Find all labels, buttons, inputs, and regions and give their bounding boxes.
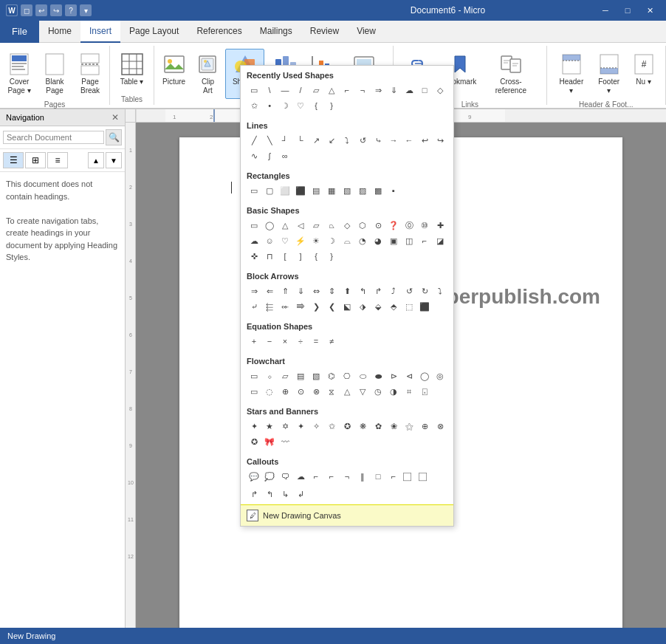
basic-sun[interactable]: ☀ bbox=[309, 233, 323, 248]
flow-tape[interactable]: ◌ bbox=[262, 384, 277, 399]
callout-extra3[interactable]: ↳ bbox=[278, 487, 292, 501]
line-arc[interactable]: ⤷ bbox=[371, 133, 385, 148]
search-button[interactable]: 🔍 bbox=[106, 129, 122, 145]
shape-arrow-right[interactable]: ⇒ bbox=[371, 83, 385, 97]
line-scurve[interactable]: ⤵ bbox=[340, 133, 354, 148]
shape-bracket1[interactable]: { bbox=[309, 98, 323, 113]
basic-10[interactable]: ⑩ bbox=[417, 218, 432, 233]
star-10[interactable]: ✩ bbox=[324, 419, 339, 434]
block-striped-r[interactable]: ⬱ bbox=[262, 299, 277, 314]
basic-sq-bkt1[interactable]: [ bbox=[278, 249, 292, 264]
tab-home[interactable]: Home bbox=[39, 21, 80, 43]
shape-rtriangle[interactable]: ⌐ bbox=[340, 83, 354, 97]
shape-triangle[interactable]: △ bbox=[324, 83, 339, 97]
star-32[interactable]: ❀ bbox=[386, 419, 401, 434]
basic-0[interactable]: ⓪ bbox=[402, 218, 416, 233]
callout-extra1[interactable]: ↱ bbox=[247, 487, 261, 501]
shape-rect2[interactable]: □ bbox=[417, 83, 432, 97]
flow-extract[interactable]: △ bbox=[340, 384, 354, 399]
flow-internal[interactable]: ▧ bbox=[309, 369, 323, 383]
shape-heart[interactable]: ♡ bbox=[293, 98, 308, 113]
rect-basic[interactable]: ▭ bbox=[247, 183, 261, 198]
block-bend-down[interactable]: ↱ bbox=[371, 284, 385, 298]
flow-database[interactable]: ⌗ bbox=[402, 384, 416, 399]
footer-button[interactable]: Footer ▾ bbox=[591, 49, 626, 99]
nav-next-button[interactable]: ▼ bbox=[106, 152, 122, 168]
basic-diamond[interactable]: ◇ bbox=[340, 218, 354, 233]
block-notched-r[interactable]: ⬰ bbox=[278, 299, 292, 314]
block-bend-up[interactable]: ↰ bbox=[355, 284, 370, 298]
basic-tri[interactable]: △ bbox=[278, 218, 292, 233]
line-elbow3[interactable]: ↗ bbox=[309, 133, 323, 148]
line-wave[interactable]: ∿ bbox=[247, 148, 261, 163]
star-4[interactable]: ✦ bbox=[247, 419, 261, 434]
flow-merge[interactable]: ▽ bbox=[355, 384, 370, 399]
banner-horiz[interactable]: ✪ bbox=[247, 434, 261, 449]
eq-minus[interactable]: − bbox=[262, 334, 277, 349]
basic-para[interactable]: ▱ bbox=[309, 218, 323, 233]
redo-icon[interactable]: ↪ bbox=[50, 4, 62, 16]
shape-arrow-down[interactable]: ⇓ bbox=[386, 83, 401, 97]
flow-summ[interactable]: ⊕ bbox=[278, 384, 292, 399]
basic-oval[interactable]: ◯ bbox=[262, 218, 277, 233]
rect-snip3[interactable]: ▤ bbox=[309, 183, 323, 198]
callout-line[interactable]: ⌐ bbox=[309, 469, 323, 484]
nav-close-button[interactable]: ✕ bbox=[111, 112, 119, 123]
line-curved[interactable]: ↙ bbox=[324, 133, 339, 148]
nav-view-headings[interactable]: ☰ bbox=[3, 152, 24, 168]
help-icon[interactable]: ? bbox=[65, 4, 77, 16]
basic-brace1[interactable]: { bbox=[309, 249, 323, 264]
block-chevron[interactable]: ❯ bbox=[309, 299, 323, 314]
line-diagonal[interactable]: ╲ bbox=[262, 133, 277, 148]
flow-connector[interactable]: ◯ bbox=[417, 369, 432, 383]
flow-or[interactable]: ⊙ bbox=[293, 384, 308, 399]
basic-oct[interactable]: ⊙ bbox=[371, 218, 385, 233]
banner-ribbon[interactable]: 〰 bbox=[278, 434, 292, 449]
minimize-button[interactable]: ─ bbox=[595, 0, 616, 21]
basic-tab-shape[interactable]: ⊓ bbox=[262, 249, 277, 264]
cover-page-button[interactable]: CoverPage ▾ bbox=[2, 49, 36, 99]
basic-sq-bkt2[interactable]: ] bbox=[293, 249, 308, 264]
callout-rect[interactable]: 💬 bbox=[247, 469, 261, 484]
search-input[interactable] bbox=[3, 131, 104, 144]
flow-off-conn[interactable]: ◎ bbox=[433, 369, 447, 383]
star-12[interactable]: ✪ bbox=[340, 419, 354, 434]
table-button[interactable]: Table ▾ bbox=[115, 49, 149, 90]
block-arrow-callout-u[interactable]: ⬙ bbox=[371, 299, 385, 314]
star-8[interactable]: ✧ bbox=[309, 419, 323, 434]
star-6[interactable]: ✡ bbox=[278, 419, 292, 434]
basic-smiley[interactable]: ☺ bbox=[262, 233, 277, 248]
eq-divide[interactable]: ÷ bbox=[293, 334, 308, 349]
flow-display[interactable]: ⌺ bbox=[417, 384, 432, 399]
callout-border-accent[interactable]: □ bbox=[371, 469, 385, 484]
rect-rounded[interactable]: ▢ bbox=[262, 183, 277, 198]
tab-view[interactable]: View bbox=[348, 21, 385, 43]
line-arrow2[interactable]: ← bbox=[402, 133, 416, 148]
rect-snip5[interactable]: ▧ bbox=[340, 183, 354, 198]
block-chevron-l[interactable]: ❮ bbox=[324, 299, 339, 314]
blank-page-button[interactable]: BlankPage bbox=[38, 49, 72, 99]
shape-diamond[interactable]: ◇ bbox=[433, 83, 447, 97]
line-arrow4[interactable]: ↪ bbox=[433, 133, 447, 148]
banner-up[interactable]: ⊕ bbox=[417, 419, 432, 434]
shape-cloud[interactable]: ☁ bbox=[402, 83, 416, 97]
block-arrow-callout-l[interactable]: ⬗ bbox=[355, 299, 370, 314]
basic-hex[interactable]: ⬡ bbox=[355, 218, 370, 233]
star-24[interactable]: ✿ bbox=[371, 419, 385, 434]
flow-terminator[interactable]: ⬭ bbox=[355, 369, 370, 383]
callout-accent-bar[interactable]: ‖ bbox=[355, 469, 370, 484]
basic-l-shape[interactable]: ⌐ bbox=[417, 233, 432, 248]
basic-plus[interactable]: ✚ bbox=[433, 218, 447, 233]
shape-star[interactable]: ✩ bbox=[247, 98, 261, 113]
callout-extra2[interactable]: ↰ bbox=[262, 487, 277, 501]
callout-no-border[interactable]: ⃞ bbox=[402, 469, 416, 484]
shape-parallelogram[interactable]: ▱ bbox=[309, 83, 323, 97]
line-straight[interactable]: ╱ bbox=[247, 133, 261, 148]
rect-snip4[interactable]: ▦ bbox=[324, 183, 339, 198]
page-number-button[interactable]: # Nu ▾ bbox=[628, 49, 659, 90]
basic-arc[interactable]: ⌓ bbox=[340, 233, 354, 248]
block-ud[interactable]: ⇕ bbox=[324, 284, 339, 298]
banner-wave[interactable]: ⚝ bbox=[402, 419, 416, 434]
cross-reference-button[interactable]: Cross-reference bbox=[481, 49, 540, 99]
flow-delay[interactable]: ◑ bbox=[386, 384, 401, 399]
